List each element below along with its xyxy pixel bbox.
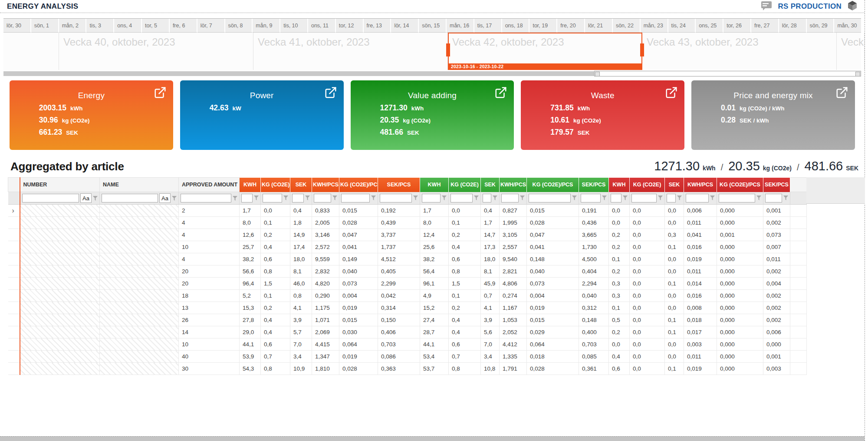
timeline-day[interactable]: tor, 19 bbox=[529, 19, 557, 33]
column-header-energy-kwh-pcs[interactable]: KWH/PCS bbox=[312, 178, 339, 192]
timeline-week[interactable]: Vecka 41, oktober, 2023 bbox=[253, 33, 448, 70]
table-row[interactable]: 438,20,618,09,5590,1494,51238,20,618,09,… bbox=[8, 253, 807, 265]
filter-input-waste-sek-pcs[interactable] bbox=[765, 194, 782, 202]
timeline-day[interactable]: ons, 18 bbox=[502, 19, 530, 33]
column-header-value_adding-kwh[interactable]: KWH bbox=[420, 178, 449, 192]
filter-input-energy-sek-pcs[interactable] bbox=[380, 194, 412, 202]
column-header-value_adding-sek[interactable]: SEK bbox=[481, 178, 500, 192]
bottom-scrollbar[interactable] bbox=[0, 436, 865, 441]
filter-input-energy-kg-co2e-pcs[interactable] bbox=[341, 194, 370, 202]
column-header-waste-kg-co2e-[interactable]: KG (CO2E) bbox=[630, 178, 665, 192]
filter-input-approved-amount[interactable] bbox=[181, 194, 231, 202]
filter-input-waste-kwh-pcs[interactable] bbox=[686, 194, 709, 202]
table-row[interactable]: 2056,60,88,12,8320,0400,40556,40,88,12,8… bbox=[8, 265, 807, 278]
timeline-week[interactable]: Vecka 43, oktober, 2023 bbox=[642, 33, 837, 70]
timeline-scrollbar[interactable] bbox=[3, 71, 861, 76]
table-row[interactable]: 1315,30,24,11,1750,0190,31415,20,24,11,1… bbox=[8, 302, 807, 314]
timeline-day[interactable]: sön, 15 bbox=[419, 19, 447, 33]
filter-input-value_adding-kg-co2e-[interactable] bbox=[450, 194, 473, 202]
timeline-week[interactable]: Vecka bbox=[837, 33, 865, 70]
timeline-day[interactable]: lör, 21 bbox=[585, 19, 613, 33]
column-header-value_adding-sek-pcs[interactable]: SEK/PCS bbox=[579, 178, 609, 192]
column-header-approved-amount[interactable]: APPROVED AMOUNT bbox=[179, 178, 240, 192]
column-header-waste-kg-co2e-pcs[interactable]: KG (CO2E)/PCS bbox=[717, 178, 763, 192]
kpi-card-value-adding[interactable]: Value adding1271.30kWh20.35kg (CO2e)481.… bbox=[351, 80, 514, 150]
filter-funnel-icon[interactable] bbox=[233, 196, 237, 201]
column-header-energy-kg-co2e-[interactable]: KG (CO2E) bbox=[261, 178, 290, 192]
column-header-energy-kg-co2e-pcs[interactable]: KG (CO2E)/PCS bbox=[339, 178, 378, 192]
external-link-icon[interactable] bbox=[324, 86, 337, 99]
selection-right-handle[interactable] bbox=[640, 43, 644, 56]
timeline-day[interactable]: tor, 26 bbox=[723, 19, 751, 33]
filter-funnel-icon[interactable] bbox=[658, 196, 663, 200]
filter-input-value_adding-kwh[interactable] bbox=[422, 194, 441, 202]
selection-left-handle[interactable] bbox=[446, 43, 450, 56]
case-sensitivity-button[interactable]: Aa bbox=[159, 193, 171, 203]
filter-input-waste-kg-co2e-[interactable] bbox=[631, 194, 657, 202]
timeline-day[interactable]: mån, 9 bbox=[253, 19, 280, 33]
timeline-day[interactable]: sön, 1 bbox=[31, 19, 59, 33]
filter-funnel-icon[interactable] bbox=[520, 196, 525, 200]
external-link-icon[interactable] bbox=[154, 86, 167, 99]
cube-icon[interactable] bbox=[847, 0, 858, 13]
timeline-day[interactable]: sön, 22 bbox=[613, 19, 641, 33]
timeline-day[interactable]: fre, 6 bbox=[170, 19, 197, 33]
filter-funnel-icon[interactable] bbox=[413, 196, 418, 200]
table-row[interactable]: 2627,80,43,91,0710,0150,15027,40,43,91,0… bbox=[8, 314, 807, 326]
timeline-day[interactable]: fre, 27 bbox=[751, 19, 779, 33]
timeline-day[interactable]: tis, 10 bbox=[280, 19, 308, 33]
filter-input-waste-sek[interactable] bbox=[667, 194, 676, 202]
filter-funnel-icon[interactable] bbox=[602, 196, 607, 200]
timeline-day[interactable]: tor, 5 bbox=[142, 19, 170, 33]
kpi-card-price-and-energy-mix[interactable]: Price and energy mix0.01kg (CO2e) / kWh0… bbox=[691, 80, 855, 150]
filter-funnel-icon[interactable] bbox=[623, 196, 628, 200]
filter-input-value_adding-sek[interactable] bbox=[483, 194, 491, 202]
timeline-day[interactable]: tis, 17 bbox=[474, 19, 502, 33]
timeline-day[interactable]: tis, 24 bbox=[668, 19, 696, 33]
table-row[interactable]: 1429,00,45,72,0690,0300,40628,70,45,62,0… bbox=[8, 326, 807, 338]
filter-funnel-icon[interactable] bbox=[332, 196, 337, 200]
filter-input-waste-kg-co2e-pcs[interactable] bbox=[719, 194, 755, 202]
filter-input-number[interactable] bbox=[22, 194, 79, 202]
filter-funnel-icon[interactable] bbox=[254, 196, 259, 200]
timeline-day[interactable]: ons, 4 bbox=[114, 19, 142, 33]
filter-funnel-icon[interactable] bbox=[493, 196, 497, 200]
filter-input-value_adding-kg-co2e-pcs[interactable] bbox=[529, 194, 571, 202]
filter-input-energy-kg-co2e-[interactable] bbox=[263, 194, 282, 202]
filter-funnel-icon[interactable] bbox=[783, 196, 788, 200]
filter-input-value_adding-sek-pcs[interactable] bbox=[581, 194, 601, 202]
table-row[interactable]: 3054,30,810,91,8100,0280,36353,70,810,81… bbox=[8, 363, 807, 375]
timeline-day[interactable]: mån, 16 bbox=[447, 19, 474, 33]
kpi-card-power[interactable]: Power42.63kW bbox=[180, 80, 344, 150]
filter-funnel-icon[interactable] bbox=[371, 196, 376, 200]
timeline-day[interactable]: lör, 28 bbox=[779, 19, 807, 33]
table-row[interactable]: ›21,70,00,40,8330,0150,1921,70,00,40,827… bbox=[8, 205, 807, 217]
filter-input-value_adding-kwh-pcs[interactable] bbox=[501, 194, 519, 202]
timeline-selection[interactable]: 2023-10-16 - 2023-10-22 bbox=[448, 33, 642, 70]
filter-funnel-icon[interactable] bbox=[93, 196, 98, 201]
filter-funnel-icon[interactable] bbox=[710, 196, 715, 200]
scrollbar-right-handle[interactable] bbox=[855, 72, 860, 76]
comment-icon[interactable] bbox=[761, 1, 772, 12]
filter-funnel-icon[interactable] bbox=[283, 196, 288, 200]
timeline-day[interactable]: ons, 11 bbox=[308, 19, 336, 33]
timeline-day[interactable]: fre, 20 bbox=[557, 19, 585, 33]
filter-funnel-icon[interactable] bbox=[442, 196, 447, 200]
filter-input-name[interactable] bbox=[102, 194, 158, 202]
case-sensitivity-button[interactable]: Aa bbox=[80, 193, 92, 203]
table-row[interactable]: 185,20,10,80,2900,0040,0424,90,10,70,274… bbox=[8, 290, 807, 302]
column-header-waste-sek[interactable]: SEK bbox=[665, 178, 684, 192]
filter-funnel-icon[interactable] bbox=[756, 196, 761, 200]
timeline-week[interactable]: Vecka 40, oktober, 2023 bbox=[59, 33, 253, 70]
timeline-day[interactable]: tor, 12 bbox=[336, 19, 364, 33]
external-link-icon[interactable] bbox=[835, 86, 848, 99]
filter-input-energy-kwh[interactable] bbox=[241, 194, 253, 202]
timeline-day[interactable]: fre, 13 bbox=[364, 19, 391, 33]
filter-funnel-icon[interactable] bbox=[572, 196, 577, 200]
timeline-day[interactable]: sön, 29 bbox=[807, 19, 835, 33]
column-header-energy-sek[interactable]: SEK bbox=[290, 178, 312, 192]
column-header-number[interactable]: NUMBER bbox=[20, 178, 100, 192]
timeline-day[interactable]: lör, 14 bbox=[391, 19, 419, 33]
table-row[interactable]: 48,00,11,82,0050,0280,4398,00,11,71,9950… bbox=[8, 217, 807, 229]
filter-input-waste-kwh[interactable] bbox=[611, 194, 621, 202]
